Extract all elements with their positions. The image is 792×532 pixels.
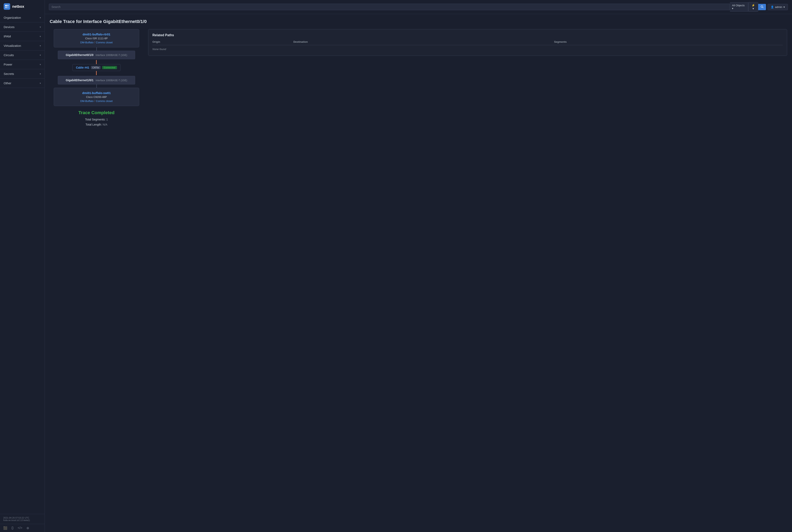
source-device-location: DM-Buffalo / Comms closet: [58, 41, 135, 44]
topbar: All Objects ▾ ⚡ ▾ 👤 admin ▾: [45, 0, 792, 14]
footer-timestamp: 2021-04-26 07:53:22 UTC: [3, 516, 41, 519]
table-row-empty: None found: [152, 45, 783, 52]
cable-type-badge: CAT5e: [91, 66, 100, 69]
chevron-down-icon: ▾: [40, 35, 41, 38]
col-origin: Origin: [152, 40, 293, 45]
dest-interface-name: GigabitEthernet1/0/1: [66, 79, 93, 82]
code-icon[interactable]: </>: [18, 526, 22, 530]
total-segments-label: Total Segments:: [85, 118, 105, 121]
related-paths-panel: Related Paths Origin Destination Segment…: [148, 29, 787, 56]
chevron-down-icon: ▾: [40, 16, 41, 19]
dest-rack-link[interactable]: Comms closet: [96, 99, 113, 102]
sidebar-footer: 2021-04-26 07:53:22 UTC foda-se.local (v…: [0, 514, 44, 524]
sidebar-item-circuits[interactable]: Circuits ▾: [0, 51, 44, 60]
sidebar-item-ipam[interactable]: IPAM ▾: [0, 32, 44, 41]
chevron-down-icon: ▾: [40, 73, 41, 75]
col-destination: Destination: [293, 40, 554, 45]
dest-interface-box: GigabitEthernet1/0/1 Interface 1000BASE-…: [58, 76, 135, 84]
dest-interface-type: Interface 1000BASE-T (1GE): [94, 79, 127, 82]
logo-text: netbox: [12, 4, 24, 9]
source-interface-box: GigabitEthernet0/1/0 Interface 1000BASE-…: [58, 51, 135, 59]
sidebar-item-label: Power: [4, 63, 13, 66]
source-site-link[interactable]: DM-Buffalo: [80, 41, 94, 44]
sidebar: netbox Organization ▾ Devices ▾ IPAM ▾ V…: [0, 0, 45, 532]
terminal-icon[interactable]: ⬛: [3, 526, 7, 530]
sidebar-item-organization[interactable]: Organization ▾: [0, 13, 44, 22]
sidebar-nav: Organization ▾ Devices ▾ IPAM ▾ Virtuali…: [0, 13, 44, 514]
cable-connector: Cable #41 CAT5e Connected: [73, 59, 120, 76]
sidebar-item-power[interactable]: Power ▾: [0, 60, 44, 69]
sidebar-item-label: Virtualization: [4, 44, 21, 48]
trace-layout: dmi01-buffalo-rtr01 Cisco ISR 1111-8P DM…: [50, 29, 787, 127]
trace-completed-label: Trace Completed: [78, 110, 114, 115]
dest-device-box: dmi01-buffalo-sw01 Cisco C9200-48P DM-Bu…: [54, 88, 139, 106]
total-segments-row: Total Segments: 1: [78, 117, 114, 122]
filter-button[interactable]: ⚡ ▾: [748, 2, 758, 12]
total-length-label: Total Length:: [85, 123, 102, 126]
logo-icon: [4, 3, 10, 10]
dest-device-location: DM-Buffalo / Comms closet: [58, 99, 135, 102]
source-interface-type: Interface 1000BASE-T (1GE): [94, 54, 127, 57]
trace-diagram: dmi01-buffalo-rtr01 Cisco ISR 1111-8P DM…: [50, 29, 143, 127]
chevron-down-icon: ▾: [40, 82, 41, 85]
main-content: All Objects ▾ ⚡ ▾ 👤 admin ▾ Cable Trace …: [45, 0, 792, 532]
user-label: admin: [775, 5, 782, 8]
total-length-value: N/A: [102, 123, 107, 126]
page-content: Cable Trace for Interface GigabitEtherne…: [45, 14, 792, 532]
total-segments-value: 1: [106, 118, 108, 121]
api-braces-icon[interactable]: {}: [12, 526, 14, 530]
chevron-down-icon: ▾: [40, 63, 41, 66]
sidebar-item-label: Secrets: [4, 72, 14, 76]
dest-device-link[interactable]: dmi01-buffalo-sw01: [82, 91, 111, 95]
cable-line-bottom: [96, 71, 97, 75]
source-device-link[interactable]: dmi01-buffalo-rtr01: [83, 33, 111, 36]
none-found-label: None found: [152, 45, 783, 52]
source-interface-name: GigabitEthernet0/1/0: [66, 53, 93, 57]
cable-line-top: [96, 60, 97, 64]
chevron-down-icon: ▾: [40, 54, 41, 57]
app-logo[interactable]: netbox: [0, 0, 44, 13]
svg-rect-1: [7, 5, 8, 6]
svg-line-5: [762, 7, 763, 8]
search-input[interactable]: [49, 4, 730, 10]
cable-info-box: Cable #41 CAT5e Connected: [73, 64, 120, 71]
trace-completed: Trace Completed Total Segments: 1 Total …: [78, 110, 114, 127]
sidebar-item-label: Other: [4, 81, 12, 85]
col-segments: Segments: [554, 40, 783, 45]
source-device-box: dmi01-buffalo-rtr01 Cisco ISR 1111-8P DM…: [54, 29, 139, 48]
sidebar-bottom-icons: ⬛ {} </> ⊕: [0, 524, 44, 532]
sidebar-item-label: Devices: [4, 25, 15, 29]
footer-version: foda-se.local (v2.12-beta1): [3, 519, 41, 521]
user-chevron-icon: ▾: [784, 5, 785, 8]
user-menu-button[interactable]: 👤 admin ▾: [768, 4, 788, 10]
source-rack-link[interactable]: Comms closet: [96, 41, 113, 44]
user-icon: 👤: [771, 5, 774, 8]
search-button[interactable]: [758, 4, 766, 10]
dest-device-model: Cisco C9200-48P: [58, 95, 135, 98]
sidebar-item-label: IPAM: [4, 35, 11, 38]
dest-site-link[interactable]: DM-Buffalo: [80, 99, 94, 102]
sidebar-item-other[interactable]: Other ▾: [0, 79, 44, 88]
sidebar-item-virtualization[interactable]: Virtualization ▾: [0, 41, 44, 51]
total-length-row: Total Length: N/A: [78, 122, 114, 127]
cable-status-badge: Connected: [102, 66, 117, 69]
related-paths-table: Origin Destination Segments None found: [152, 40, 783, 52]
source-device-model: Cisco ISR 1111-8P: [58, 37, 135, 40]
page-title: Cable Trace for Interface GigabitEtherne…: [50, 19, 787, 24]
chevron-down-icon: ▾: [40, 44, 41, 47]
svg-rect-3: [7, 7, 8, 8]
sidebar-item-label: Organization: [4, 16, 21, 19]
sidebar-item-secrets[interactable]: Secrets ▾: [0, 69, 44, 79]
svg-rect-2: [5, 7, 7, 8]
cable-link[interactable]: Cable #41: [76, 66, 89, 69]
sidebar-item-label: Circuits: [4, 53, 14, 57]
sidebar-item-devices[interactable]: Devices ▾: [0, 22, 44, 32]
trace-stats: Total Segments: 1 Total Length: N/A: [78, 117, 114, 127]
chevron-down-icon: ▾: [40, 26, 41, 28]
related-paths-title: Related Paths: [152, 33, 783, 37]
search-container: All Objects ▾ ⚡ ▾: [49, 2, 766, 12]
add-icon[interactable]: ⊕: [26, 526, 29, 530]
search-scope-dropdown[interactable]: All Objects ▾: [730, 2, 748, 12]
svg-rect-0: [5, 5, 7, 6]
